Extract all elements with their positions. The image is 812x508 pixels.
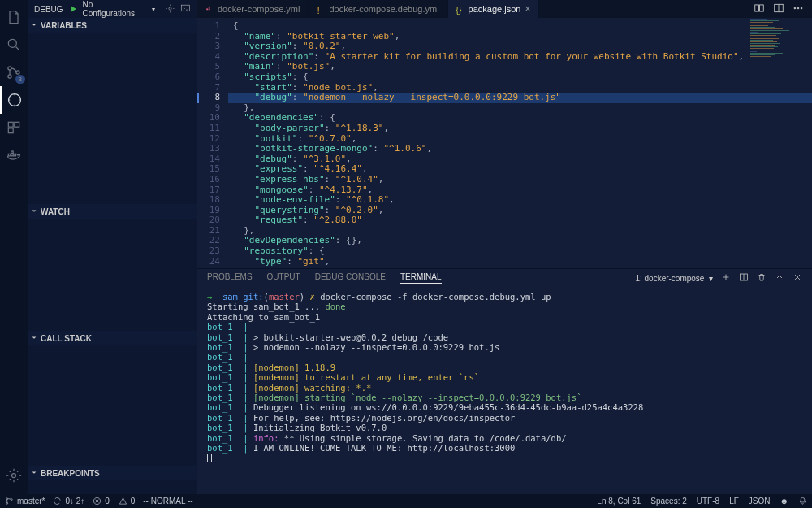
status-bar: master* 0↓ 2↑ 0 0 -- NORMAL -- Ln 8, Col… — [0, 494, 812, 508]
svg-rect-6 — [15, 122, 19, 127]
svg-point-26 — [6, 502, 8, 504]
scm-icon[interactable]: 3 — [0, 59, 28, 86]
tab-package-json[interactable]: {}package.json× — [448, 0, 540, 18]
search-icon[interactable] — [0, 31, 28, 59]
svg-rect-7 — [8, 128, 13, 133]
svg-point-2 — [8, 75, 11, 78]
close-panel-icon[interactable] — [793, 272, 802, 284]
debug-title: DEBUG — [34, 5, 63, 14]
svg-point-21 — [794, 7, 796, 9]
minimap[interactable] — [747, 18, 812, 268]
svg-point-22 — [797, 7, 799, 9]
panel-tab-terminal[interactable]: TERMINAL — [400, 272, 442, 284]
debug-start-button[interactable] — [68, 4, 78, 14]
variables-section-header[interactable]: VARIABLES — [28, 18, 197, 33]
split-terminal-icon[interactable] — [739, 272, 749, 284]
panel-tab-problems[interactable]: PROBLEMS — [207, 272, 253, 284]
svg-point-4 — [9, 94, 21, 106]
terminal-output[interactable]: → sam git:(master) ✗ docker-compose -f d… — [197, 287, 812, 469]
split-editor-icon[interactable] — [773, 2, 784, 15]
breakpoints-section-header[interactable]: BREAKPOINTS — [28, 466, 197, 480]
callstack-section-header[interactable]: CALL STACK — [28, 331, 197, 345]
svg-rect-10 — [14, 154, 16, 156]
svg-rect-5 — [8, 122, 13, 127]
vim-mode-status: -- NORMAL -- — [143, 497, 192, 506]
indentation-status[interactable]: Spaces: 2 — [650, 497, 686, 506]
debug-console-icon[interactable] — [180, 3, 191, 15]
code-editor[interactable]: 123456789101112131415161718192021222324 … — [197, 18, 812, 268]
settings-gear-icon[interactable] — [0, 462, 28, 489]
eol-status[interactable]: LF — [729, 497, 739, 506]
watch-section-header[interactable]: WATCH — [28, 204, 197, 219]
terminal-selector[interactable]: 1: docker-compose ▾ — [635, 274, 713, 283]
svg-rect-9 — [11, 154, 14, 156]
svg-rect-11 — [11, 151, 14, 154]
tab-docker-compose-debug-yml[interactable]: !docker-compose.debug.yml — [309, 0, 447, 18]
svg-point-1 — [8, 67, 11, 70]
svg-point-0 — [8, 39, 16, 47]
docker-icon[interactable] — [0, 141, 28, 169]
dropdown-icon[interactable]: ▾ — [152, 6, 155, 13]
svg-rect-17 — [209, 7, 210, 8]
maximize-panel-icon[interactable] — [775, 272, 784, 284]
kill-terminal-icon[interactable] — [757, 272, 767, 284]
sync-status[interactable]: 0↓ 2↑ — [53, 497, 84, 506]
editor-tab-bar: docker-compose.yml!docker-compose.debug.… — [197, 0, 812, 18]
debug-header: DEBUG No Configurations ▾ — [28, 0, 197, 18]
language-mode-status[interactable]: JSON — [749, 497, 771, 506]
tab-docker-compose-yml[interactable]: docker-compose.yml — [197, 0, 309, 18]
line-gutter: 123456789101112131415161718192021222324 — [197, 21, 228, 267]
debug-config-selector[interactable]: No Configurations — [83, 0, 147, 18]
bottom-panel: PROBLEMSOUTPUTDEBUG CONSOLETERMINAL 1: d… — [197, 268, 812, 494]
debug-sidebar: DEBUG No Configurations ▾ VARIABLES WATC… — [28, 0, 197, 494]
svg-rect-16 — [209, 8, 210, 10]
extensions-icon[interactable] — [0, 114, 28, 141]
svg-rect-14 — [182, 5, 190, 11]
notifications-icon[interactable] — [798, 497, 807, 506]
svg-rect-19 — [760, 5, 764, 11]
explorer-icon[interactable] — [0, 3, 28, 31]
more-actions-icon[interactable] — [793, 2, 804, 15]
encoding-status[interactable]: UTF-8 — [697, 497, 719, 506]
feedback-icon[interactable]: ☻ — [780, 497, 788, 506]
file-icon: {} — [456, 5, 464, 13]
close-icon[interactable]: × — [525, 3, 530, 15]
file-icon: ! — [317, 5, 325, 13]
svg-point-3 — [16, 71, 19, 74]
panel-tab-bar: PROBLEMSOUTPUTDEBUG CONSOLETERMINAL 1: d… — [197, 269, 812, 287]
new-terminal-icon[interactable] — [721, 272, 731, 284]
compare-changes-icon[interactable] — [754, 2, 765, 15]
git-branch-status[interactable]: master* — [5, 497, 45, 506]
svg-point-13 — [169, 7, 171, 9]
activity-bar: 3 — [0, 0, 28, 494]
svg-point-25 — [6, 498, 8, 500]
debug-config-gear-icon[interactable] — [165, 3, 175, 15]
scm-badge: 3 — [15, 75, 25, 84]
panel-tab-output[interactable]: OUTPUT — [267, 272, 300, 284]
svg-rect-8 — [8, 154, 11, 156]
svg-point-23 — [801, 7, 802, 9]
cursor-position-status[interactable]: Ln 8, Col 61 — [597, 497, 641, 506]
file-icon — [205, 5, 214, 13]
svg-rect-15 — [206, 8, 208, 10]
panel-tab-debug-console[interactable]: DEBUG CONSOLE — [315, 272, 386, 284]
svg-point-12 — [12, 474, 16, 478]
svg-rect-18 — [755, 5, 759, 11]
problems-status[interactable]: 0 0 — [93, 497, 135, 506]
debug-icon[interactable] — [0, 86, 28, 114]
